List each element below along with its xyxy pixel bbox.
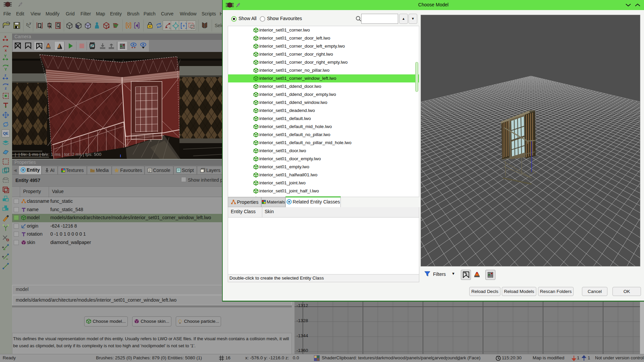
svg-text:z: z [5,86,7,90]
svg-text:-1312: -1312 [297,303,308,308]
svg-text:Y: Y [4,54,7,58]
svg-text:-1360: -1360 [297,348,308,353]
svg-text:x: x [4,35,7,39]
svg-text:Y: Y [4,67,7,71]
svg-text:x: x [5,48,7,52]
svg-text:-1328: -1328 [297,318,308,323]
svg-text:z: z [4,73,6,77]
svg-text:| | f/e: 1 ms | b/e: 1 ms | t: | | f/e: 1 ms | b/e: 1 ms | tot: 2 ms | … [15,152,101,157]
svg-text:-1344: -1344 [297,333,308,338]
